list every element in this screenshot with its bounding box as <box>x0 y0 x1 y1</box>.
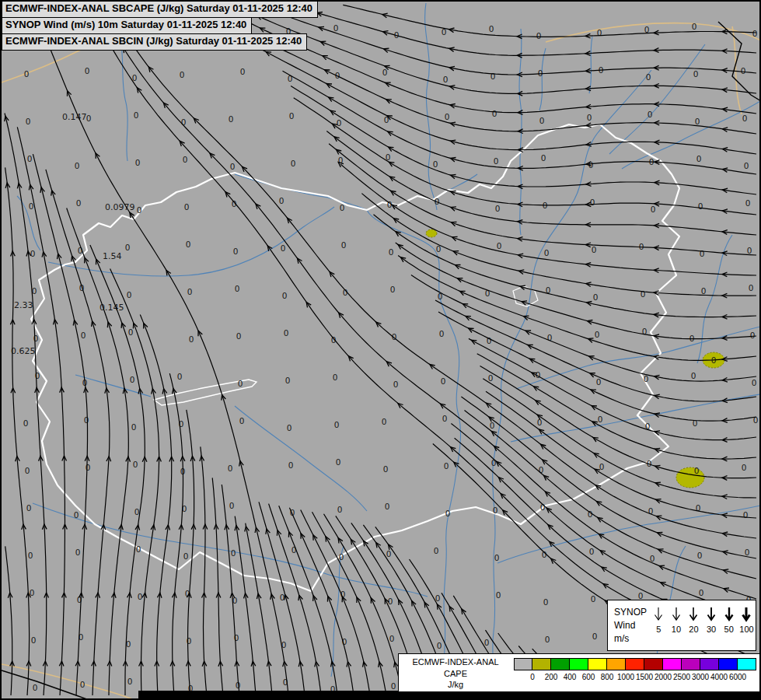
station-value: 0 <box>285 376 291 385</box>
station-value: 0 <box>125 243 131 252</box>
station-value: 0 <box>333 373 338 382</box>
station-value: 0 <box>598 415 603 424</box>
station-value: 0 <box>180 70 185 79</box>
wind-streamline <box>301 510 370 696</box>
station-value: 0 <box>745 198 751 208</box>
station-value: 0 <box>742 114 748 123</box>
wind-streamline <box>33 154 87 695</box>
station-value: 0 <box>443 75 449 84</box>
cape-tick-label: 3000 <box>692 673 709 681</box>
wind-speed-label: 10 <box>672 625 681 634</box>
station-value: 0 <box>497 241 502 250</box>
station-value: 0 <box>228 464 233 473</box>
station-value: 0 <box>750 331 756 340</box>
station-value: 0 <box>138 592 143 601</box>
cape-color-cell <box>644 658 663 670</box>
cape-color-cell <box>607 658 626 670</box>
station-value: 0 <box>700 249 705 258</box>
station-value: 0 <box>699 588 704 597</box>
station-value: 0 <box>26 503 32 513</box>
cape-area-blob <box>426 229 437 237</box>
cape-color-cell <box>588 658 607 670</box>
wind-streamline <box>264 7 756 75</box>
wind-speed-item: 10 <box>669 606 683 634</box>
wind-arrow-icon <box>739 606 753 625</box>
cape-color-cell <box>682 658 700 670</box>
station-value: 0 <box>137 205 142 215</box>
station-value: 0 <box>229 501 235 510</box>
station-value: 0 <box>189 334 194 344</box>
station-value: 0 <box>23 418 29 428</box>
cape-tick-label: 1000 <box>617 673 634 681</box>
station-value: 0 <box>390 285 396 294</box>
wind-legend-title: SYNOP <box>614 606 650 619</box>
station-value: 0 <box>591 594 596 604</box>
station-value: 0 <box>752 29 758 38</box>
station-value: 0 <box>128 327 134 337</box>
station-value: 0 <box>24 69 30 79</box>
wind-arrow-icon <box>669 606 683 625</box>
river-line <box>539 48 546 110</box>
station-value: 0 <box>30 249 36 258</box>
station-value: 0 <box>136 544 141 554</box>
station-value: 0 <box>337 118 342 128</box>
cape-tick-label: 800 <box>601 673 614 681</box>
station-value: 0 <box>444 461 449 471</box>
cape-tick-label: 2000 <box>655 673 672 681</box>
station-value: 0 <box>25 466 30 475</box>
station-value: 0 <box>442 414 448 423</box>
station-value: 0 <box>493 506 498 515</box>
station-value: 0 <box>75 161 80 170</box>
station-value: 0 <box>592 245 597 254</box>
station-value: 0 <box>81 331 86 340</box>
station-value: 0 <box>696 154 702 163</box>
station-value: 0 <box>494 553 500 562</box>
station-value: 0 <box>544 248 550 257</box>
station-value: 0 <box>33 334 39 343</box>
wind-streamline <box>398 256 756 361</box>
station-value: 0 <box>279 196 285 205</box>
cape-tick-label: 600 <box>582 673 595 681</box>
station-value: 0 <box>133 460 138 469</box>
station-value: 0 <box>288 460 294 470</box>
station-value: 0 <box>130 375 135 384</box>
station-value: 0 <box>26 117 31 126</box>
cape-legend-titles: ECMWF-INDEX-ANAL CAPE J/kg <box>402 656 509 691</box>
station-value: 0 <box>747 246 752 255</box>
wind-streamline <box>246 523 272 695</box>
station-value: 0 <box>697 551 703 560</box>
station-value: 0 <box>340 203 345 212</box>
wind-speed-label: 30 <box>707 625 716 634</box>
wind-streamline <box>110 269 159 695</box>
wind-arrowhead-icon <box>595 469 600 474</box>
station-value: 0 <box>439 329 445 338</box>
station-value: 0 <box>536 31 542 40</box>
wind-speed-label: 5 <box>656 625 661 634</box>
wind-streamline <box>222 485 239 695</box>
station-value: 0 <box>239 416 245 425</box>
station-value: 0 <box>135 158 141 167</box>
station-value: 0 <box>539 116 545 125</box>
station-value: 0 <box>694 466 700 475</box>
station-value: 0 <box>236 331 242 341</box>
wind-speed-label: 20 <box>689 625 698 634</box>
wind-legend: SYNOP Wind m/s 510203050100 <box>607 600 756 651</box>
river-line <box>609 44 705 154</box>
station-value: 0 <box>389 634 395 643</box>
wind-speed-item: 100 <box>739 606 753 634</box>
cape-tick-label: 1500 <box>636 673 653 681</box>
river-line <box>235 406 367 511</box>
cape-color-cell <box>700 658 719 670</box>
station-value: 0 <box>80 680 86 689</box>
station-value: 0 <box>187 636 192 646</box>
station-value: 0 <box>29 201 34 211</box>
station-value: 0 <box>289 111 295 121</box>
river-line <box>48 207 334 276</box>
station-value: 0 <box>186 240 191 249</box>
station-value: 0 <box>693 69 699 79</box>
wind-streamline <box>294 98 756 215</box>
weather-map-stage: 0000000000000000000000000000000000000000… <box>0 0 761 700</box>
wind-speed-scale: 510203050100 <box>650 600 756 650</box>
station-value: 0 <box>74 510 79 520</box>
station-value: 0 <box>592 632 598 641</box>
